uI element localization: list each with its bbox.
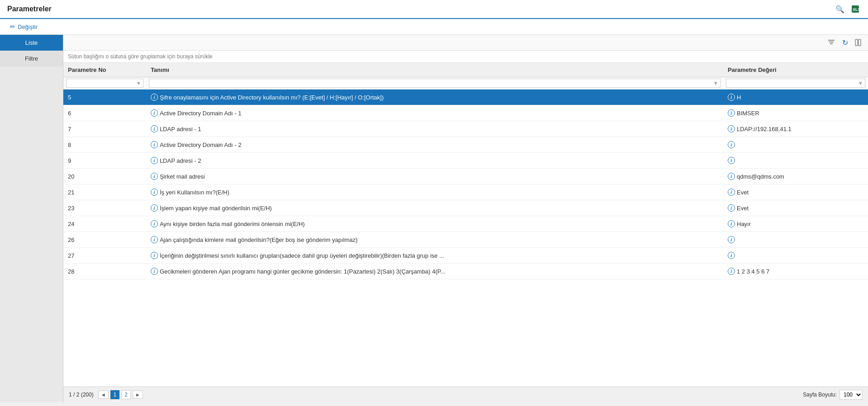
top-bar: Parametreler 🔍 XLS (0, 0, 868, 19)
page-size-select[interactable]: 10 20 50 100 200 (839, 390, 863, 400)
info-icon: i (151, 157, 158, 164)
tanimi-text: Active Directory Domain Adı - 2 (160, 142, 242, 148)
prev-page-button[interactable]: ◄ (98, 391, 109, 399)
table-row[interactable]: 5iŞifre onaylamasını için Active Directo… (63, 90, 868, 105)
deger-text: Hayır (737, 221, 751, 227)
table-row[interactable]: 20iŞirket mail adresiiqdms@qdms.com (63, 169, 868, 184)
info-icon: i (151, 204, 158, 212)
tanimi-text: LDAP adresi - 1 (160, 126, 201, 132)
tanimi-text: Aynı kişiye birden fazla mail gönderimi … (160, 221, 305, 227)
table-row[interactable]: 24iAynı kişiye birden fazla mail gönderi… (63, 216, 868, 232)
table-body: 5iŞifre onaylamasını için Active Directo… (63, 90, 868, 279)
filter-no-wrap: ▼ (66, 79, 143, 88)
search-icon[interactable]: 🔍 (835, 4, 845, 14)
svg-rect-3 (829, 42, 834, 42)
filter-deger-input[interactable] (728, 80, 858, 86)
filter-cell-no: ▼ (63, 77, 146, 90)
sidebar-item-filtre[interactable]: Filtre (0, 51, 63, 66)
deger-text: LDAP://192.168.41.1 (737, 126, 792, 132)
cell-no: 7 (63, 121, 146, 137)
cell-deger: iEvet (723, 184, 868, 200)
info-icon: i (728, 236, 735, 243)
info-icon: i (728, 189, 735, 196)
deger-text: H (737, 94, 741, 101)
data-table: Parametre No Tanımı Parametre Değeri (63, 63, 868, 279)
edit-label: Değiştir (18, 24, 38, 30)
cell-tanimi: iGecikmeleri gönderen Ajan programı hang… (146, 264, 723, 279)
table-row[interactable]: 21iİş yeri Kullanılsın mı?(E/H)iEvet (63, 184, 868, 200)
cell-no: 8 (63, 137, 146, 153)
sidebar-item-liste[interactable]: Liste (0, 35, 63, 51)
next-page-button[interactable]: ► (133, 391, 143, 399)
deger-text: Evet (737, 205, 749, 212)
filter-no-input[interactable] (68, 80, 136, 86)
table-row[interactable]: 28iGecikmeleri gönderen Ajan programı ha… (63, 264, 868, 279)
svg-rect-2 (828, 40, 835, 41)
cell-deger: iqdms@qdms.com (723, 169, 868, 184)
filter-cell-deger: ▼ (723, 77, 868, 90)
filter-deger-icon[interactable]: ▼ (858, 80, 863, 86)
filter-tanimi-wrap: ▼ (149, 79, 720, 88)
info-icon: i (151, 189, 158, 196)
cell-deger: i1 2 3 4 5 6 7 (723, 264, 868, 279)
info-icon: i (728, 173, 735, 180)
cell-tanimi: iActive Directory Domain Adı - 1 (146, 105, 723, 121)
info-icon: i (151, 109, 158, 117)
cell-deger: i (723, 137, 868, 153)
toolbar: ✏ Değiştir (0, 19, 868, 35)
deger-text: 1 2 3 4 5 6 7 (737, 268, 769, 275)
table-row[interactable]: 27iİçeriğinin değiştirilmesi sınırlı kul… (63, 248, 868, 264)
cell-deger: i (723, 153, 868, 169)
col-header-parametre-no[interactable]: Parametre No (63, 63, 146, 77)
cell-no: 9 (63, 153, 146, 169)
top-bar-actions: 🔍 XLS (835, 4, 861, 14)
info-icon: i (728, 141, 735, 148)
table-row[interactable]: 8iActive Directory Domain Adı - 2i (63, 137, 868, 153)
edit-icon: ✏ (10, 23, 15, 30)
cell-no: 27 (63, 248, 146, 264)
excel-export-icon[interactable]: XLS (850, 4, 861, 14)
cell-deger: iLDAP://192.168.41.1 (723, 121, 868, 137)
tanimi-text: Active Directory Domain Adı - 1 (160, 110, 242, 117)
filter-cell-tanimi: ▼ (146, 77, 723, 90)
info-icon: i (728, 125, 735, 132)
filter-no-icon[interactable]: ▼ (136, 80, 141, 86)
svg-rect-5 (855, 39, 858, 46)
table-row[interactable]: 7iLDAP adresi - 1iLDAP://192.168.41.1 (63, 121, 868, 137)
sidebar: Liste Filtre (0, 35, 63, 402)
page-2-button[interactable]: 2 (121, 390, 131, 399)
tanimi-text: LDAP adresi - 2 (160, 157, 201, 164)
cell-tanimi: iİşlem yapan kişiye mail gönderilsin mi(… (146, 200, 723, 216)
filter-tanimi-icon[interactable]: ▼ (713, 80, 718, 86)
table-row[interactable]: 23iİşlem yapan kişiye mail gönderilsin m… (63, 200, 868, 216)
cell-no: 24 (63, 216, 146, 232)
info-icon: i (728, 220, 735, 227)
filter-tanimi-input[interactable] (151, 80, 713, 86)
info-icon: i (728, 94, 735, 101)
table-row[interactable]: 26iAjan çalıştığında kimlere mail gönder… (63, 232, 868, 248)
tanimi-text: İş yeri Kullanılsın mı?(E/H) (160, 189, 229, 196)
cell-tanimi: iLDAP adresi - 1 (146, 121, 723, 137)
table-row[interactable]: 6iActive Directory Domain Adı - 1iBIMSER (63, 105, 868, 121)
info-icon: i (151, 125, 158, 132)
page-1-button[interactable]: 1 (110, 390, 120, 399)
tanimi-text: Şifre onaylamasını için Active Directory… (160, 94, 384, 101)
content-toolbar: ↻ (63, 35, 868, 51)
info-icon: i (151, 220, 158, 227)
col-header-parametre-degeri[interactable]: Parametre Değeri (723, 63, 868, 77)
deger-text: BIMSER (737, 110, 759, 117)
cell-tanimi: iLDAP adresi - 2 (146, 153, 723, 169)
table-row[interactable]: 9iLDAP adresi - 2i (63, 153, 868, 169)
edit-button[interactable]: ✏ Değiştir (7, 22, 40, 32)
info-icon: i (728, 157, 735, 164)
info-icon: i (151, 141, 158, 148)
grid-filter-icon[interactable] (826, 38, 836, 47)
refresh-icon[interactable]: ↻ (840, 38, 850, 47)
table-container[interactable]: Parametre No Tanımı Parametre Değeri (63, 63, 868, 387)
info-icon: i (151, 252, 158, 259)
col-header-tanimi[interactable]: Tanımı (146, 63, 723, 77)
columns-icon[interactable] (854, 38, 863, 47)
cell-no: 5 (63, 90, 146, 105)
deger-text: qdms@qdms.com (737, 173, 784, 180)
tanimi-text: Gecikmeleri gönderen Ajan programı hangi… (160, 268, 445, 275)
